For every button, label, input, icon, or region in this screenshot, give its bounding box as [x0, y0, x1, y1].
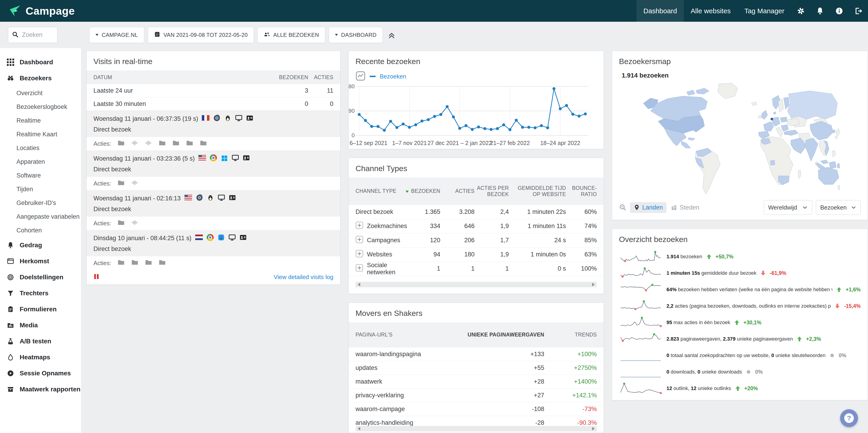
sidebar-item-trechters[interactable]: Trechters [0, 285, 81, 301]
sidebar-item-bezoekers[interactable]: Bezoekers [0, 70, 81, 86]
map-mode-steden-toggle[interactable]: Steden [671, 204, 700, 211]
pageview-icon[interactable] [117, 140, 125, 148]
pageview-icon[interactable] [172, 140, 180, 148]
bell-icon[interactable] [810, 0, 830, 22]
chrome-icon[interactable] [210, 154, 217, 163]
pageview-icon[interactable] [186, 140, 193, 148]
windows-icon[interactable] [221, 154, 228, 163]
pageview-icon[interactable] [117, 259, 125, 267]
column-header-2[interactable]: BEZOEKEN [397, 188, 440, 194]
pageview-icon[interactable] [145, 259, 152, 267]
sidebar-item-doelstellingen[interactable]: Doelstellingen [0, 269, 81, 285]
sparkline-chart[interactable] [619, 266, 662, 280]
event-icon[interactable] [131, 179, 139, 187]
visits-line-chart[interactable]: 0 90 1806–12 sep 20211–7 nov 202127 dec … [349, 83, 590, 150]
sidebar-item-dashboard[interactable]: Dashboard [0, 54, 81, 70]
info-icon[interactable] [830, 0, 849, 22]
help-button[interactable]: ? [840, 409, 858, 427]
sidebar-item-gedrag[interactable]: Gedrag [0, 237, 81, 253]
sidebar-item-bezoekerslogboek[interactable]: Bezoekerslogboek [0, 100, 81, 114]
sidebar-item-maatwerk-rapporten[interactable]: Maatwerk rapporten [0, 381, 81, 397]
sidebar-item-heatmaps[interactable]: Heatmaps [0, 349, 81, 365]
event-icon[interactable] [131, 219, 139, 227]
page-url-label[interactable]: maatwerk [355, 378, 426, 385]
pageview-icon[interactable] [117, 179, 125, 187]
channel-type-label[interactable]: Direct bezoek [355, 208, 393, 215]
sign-out-icon[interactable] [849, 0, 868, 22]
horizontal-scrollbar[interactable] [355, 282, 597, 287]
id-card-icon[interactable] [240, 234, 247, 243]
sidebar-item-sessie-opnames[interactable]: Sessie Opnames [0, 365, 81, 381]
id-card-icon[interactable] [229, 194, 236, 203]
sidebar-item-formulieren[interactable]: Formulieren [0, 301, 81, 317]
linux-icon[interactable] [207, 194, 214, 203]
sidebar-item-realtime[interactable]: Realtime [0, 114, 81, 127]
column-header-5[interactable]: GEMIDDELDE TIJD OP WEBSITE [509, 185, 566, 197]
top-nav-alle-websites[interactable]: Alle websites [684, 0, 738, 22]
segment-selector-button[interactable]: ALLE BEZOEKEN [257, 27, 325, 43]
sidebar-item-media[interactable]: Media [0, 317, 81, 333]
page-url-label[interactable]: waarom-landingspagina [355, 351, 426, 358]
sidebar-item-locaties[interactable]: Locaties [0, 141, 81, 155]
sparkline-chart[interactable] [619, 365, 662, 379]
page-url-label[interactable]: privacy-verklaring [355, 392, 426, 399]
search-input[interactable] [22, 31, 54, 39]
expand-row-icon[interactable] [355, 250, 363, 259]
column-header-3[interactable]: ACTIES [440, 188, 474, 194]
column-header-1[interactable]: CHANNEL TYPE [355, 188, 397, 194]
map-region-select[interactable]: Wereldwijd [764, 200, 812, 215]
pause-refresh-button[interactable] [93, 273, 99, 281]
top-nav-dashboard[interactable]: Dashboard [637, 0, 684, 22]
page-url-label[interactable]: waarom-campage [355, 406, 426, 413]
site-selector-button[interactable]: CAMPAGE.NL [89, 27, 144, 43]
sparkline-chart[interactable] [619, 299, 662, 313]
sparkline-chart[interactable] [619, 283, 662, 296]
chrome-dark-icon[interactable] [213, 114, 220, 123]
mac-icon[interactable] [218, 234, 225, 243]
sparkline-chart[interactable] [619, 332, 662, 346]
sparkline-chart[interactable] [619, 250, 662, 263]
channel-type-label[interactable]: Websites [367, 251, 392, 258]
sidebar-item-gebruiker-id-s[interactable]: Gebruiker-ID's [0, 196, 81, 210]
chart-image-icon[interactable] [355, 71, 366, 82]
zoom-out-icon[interactable] [619, 204, 627, 211]
expand-row-icon[interactable] [355, 236, 363, 245]
world-map[interactable] [619, 81, 860, 195]
expand-row-icon[interactable] [355, 264, 363, 273]
pageview-icon[interactable] [158, 140, 166, 148]
date-range-button[interactable]: VAN 2021-09-08 TOT 2022-05-20 [148, 27, 254, 43]
dashboard-selector-button[interactable]: DASHBOARD [329, 27, 383, 43]
sidebar-item-realtime-kaart[interactable]: Realtime Kaart [0, 127, 81, 141]
id-card-icon[interactable] [246, 114, 253, 123]
sidebar-item-overzicht[interactable]: Overzicht [0, 86, 81, 100]
page-url-label[interactable]: updates [355, 365, 426, 372]
sparkline-chart[interactable] [619, 349, 662, 362]
column-header-4[interactable]: ACTIES PER BEZOEK [474, 185, 509, 197]
column-header-1[interactable]: PAGINA-URL'S [355, 332, 426, 338]
app-logo[interactable]: Campage [9, 4, 75, 18]
gear-icon[interactable] [791, 0, 810, 22]
pageview-icon[interactable] [158, 259, 166, 267]
collapse-toolbar-button[interactable] [388, 31, 396, 39]
sidebar-item-herkomst[interactable]: Herkomst [0, 253, 81, 269]
horizontal-scrollbar[interactable] [355, 426, 597, 431]
sparkline-chart[interactable] [619, 381, 662, 395]
linux-icon[interactable] [224, 114, 231, 123]
event-icon[interactable] [145, 140, 152, 148]
sidebar-item-cohorten[interactable]: Cohorten [0, 224, 81, 237]
map-mode-landen-toggle[interactable]: Landen [630, 202, 666, 213]
sidebar-item-software[interactable]: Software [0, 169, 81, 182]
channel-type-label[interactable]: Sociale netwerken [367, 262, 397, 276]
id-card-icon[interactable] [243, 154, 250, 163]
legend-series-label[interactable]: Bezoeken [380, 73, 406, 80]
map-metric-select[interactable]: Bezoeken [816, 200, 861, 215]
view-visits-log-link[interactable]: View detailed visits log [274, 273, 333, 281]
pageview-icon[interactable] [199, 140, 207, 148]
sidebar-item-a-b-testen[interactable]: A/B testen [0, 333, 81, 349]
channel-type-label[interactable]: Campagnes [367, 237, 400, 244]
event-icon[interactable] [131, 140, 139, 148]
pageview-icon[interactable] [117, 219, 125, 227]
column-header-3[interactable]: TRENDS [544, 332, 597, 338]
expand-row-icon[interactable] [355, 222, 363, 231]
sparkline-chart[interactable] [619, 316, 662, 329]
